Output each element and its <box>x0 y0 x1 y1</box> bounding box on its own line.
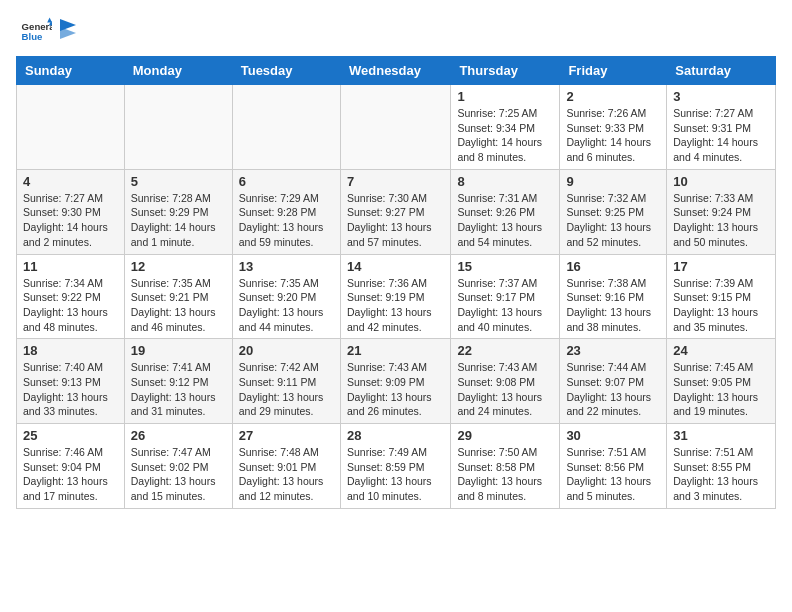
day-info: Sunrise: 7:51 AM Sunset: 8:56 PM Dayligh… <box>566 445 660 504</box>
day-number: 5 <box>131 174 226 189</box>
calendar-week-row: 4Sunrise: 7:27 AM Sunset: 9:30 PM Daylig… <box>17 169 776 254</box>
calendar-cell: 22Sunrise: 7:43 AM Sunset: 9:08 PM Dayli… <box>451 339 560 424</box>
calendar-cell: 14Sunrise: 7:36 AM Sunset: 9:19 PM Dayli… <box>340 254 450 339</box>
calendar-cell: 30Sunrise: 7:51 AM Sunset: 8:56 PM Dayli… <box>560 424 667 509</box>
day-info: Sunrise: 7:40 AM Sunset: 9:13 PM Dayligh… <box>23 360 118 419</box>
calendar-cell: 27Sunrise: 7:48 AM Sunset: 9:01 PM Dayli… <box>232 424 340 509</box>
calendar-cell: 21Sunrise: 7:43 AM Sunset: 9:09 PM Dayli… <box>340 339 450 424</box>
calendar-cell: 17Sunrise: 7:39 AM Sunset: 9:15 PM Dayli… <box>667 254 776 339</box>
day-number: 20 <box>239 343 334 358</box>
day-number: 30 <box>566 428 660 443</box>
day-info: Sunrise: 7:50 AM Sunset: 8:58 PM Dayligh… <box>457 445 553 504</box>
day-info: Sunrise: 7:26 AM Sunset: 9:33 PM Dayligh… <box>566 106 660 165</box>
day-number: 14 <box>347 259 444 274</box>
day-number: 24 <box>673 343 769 358</box>
day-info: Sunrise: 7:51 AM Sunset: 8:55 PM Dayligh… <box>673 445 769 504</box>
calendar-cell: 16Sunrise: 7:38 AM Sunset: 9:16 PM Dayli… <box>560 254 667 339</box>
day-number: 17 <box>673 259 769 274</box>
day-info: Sunrise: 7:35 AM Sunset: 9:20 PM Dayligh… <box>239 276 334 335</box>
calendar-cell: 2Sunrise: 7:26 AM Sunset: 9:33 PM Daylig… <box>560 85 667 170</box>
day-number: 19 <box>131 343 226 358</box>
day-info: Sunrise: 7:39 AM Sunset: 9:15 PM Dayligh… <box>673 276 769 335</box>
weekday-header-friday: Friday <box>560 57 667 85</box>
calendar-cell: 29Sunrise: 7:50 AM Sunset: 8:58 PM Dayli… <box>451 424 560 509</box>
calendar-cell: 11Sunrise: 7:34 AM Sunset: 9:22 PM Dayli… <box>17 254 125 339</box>
day-number: 12 <box>131 259 226 274</box>
weekday-header-saturday: Saturday <box>667 57 776 85</box>
day-info: Sunrise: 7:35 AM Sunset: 9:21 PM Dayligh… <box>131 276 226 335</box>
day-info: Sunrise: 7:38 AM Sunset: 9:16 PM Dayligh… <box>566 276 660 335</box>
day-number: 13 <box>239 259 334 274</box>
calendar-cell: 9Sunrise: 7:32 AM Sunset: 9:25 PM Daylig… <box>560 169 667 254</box>
day-number: 10 <box>673 174 769 189</box>
day-info: Sunrise: 7:37 AM Sunset: 9:17 PM Dayligh… <box>457 276 553 335</box>
calendar-cell <box>17 85 125 170</box>
weekday-header-sunday: Sunday <box>17 57 125 85</box>
day-number: 11 <box>23 259 118 274</box>
day-info: Sunrise: 7:28 AM Sunset: 9:29 PM Dayligh… <box>131 191 226 250</box>
calendar-header-row: SundayMondayTuesdayWednesdayThursdayFrid… <box>17 57 776 85</box>
day-info: Sunrise: 7:31 AM Sunset: 9:26 PM Dayligh… <box>457 191 553 250</box>
weekday-header-thursday: Thursday <box>451 57 560 85</box>
calendar-cell: 23Sunrise: 7:44 AM Sunset: 9:07 PM Dayli… <box>560 339 667 424</box>
day-info: Sunrise: 7:45 AM Sunset: 9:05 PM Dayligh… <box>673 360 769 419</box>
calendar-cell: 28Sunrise: 7:49 AM Sunset: 8:59 PM Dayli… <box>340 424 450 509</box>
calendar-week-row: 11Sunrise: 7:34 AM Sunset: 9:22 PM Dayli… <box>17 254 776 339</box>
calendar-cell: 5Sunrise: 7:28 AM Sunset: 9:29 PM Daylig… <box>124 169 232 254</box>
day-info: Sunrise: 7:27 AM Sunset: 9:30 PM Dayligh… <box>23 191 118 250</box>
day-number: 4 <box>23 174 118 189</box>
weekday-header-tuesday: Tuesday <box>232 57 340 85</box>
calendar-cell <box>232 85 340 170</box>
calendar-cell: 10Sunrise: 7:33 AM Sunset: 9:24 PM Dayli… <box>667 169 776 254</box>
header: General Blue <box>16 16 776 48</box>
svg-marker-5 <box>60 27 76 39</box>
day-number: 1 <box>457 89 553 104</box>
day-info: Sunrise: 7:42 AM Sunset: 9:11 PM Dayligh… <box>239 360 334 419</box>
calendar-cell: 12Sunrise: 7:35 AM Sunset: 9:21 PM Dayli… <box>124 254 232 339</box>
day-number: 26 <box>131 428 226 443</box>
logo-flag-icon <box>58 17 78 47</box>
day-number: 9 <box>566 174 660 189</box>
day-info: Sunrise: 7:29 AM Sunset: 9:28 PM Dayligh… <box>239 191 334 250</box>
logo-icon: General Blue <box>20 16 52 48</box>
day-info: Sunrise: 7:43 AM Sunset: 9:08 PM Dayligh… <box>457 360 553 419</box>
calendar-table: SundayMondayTuesdayWednesdayThursdayFrid… <box>16 56 776 509</box>
calendar-cell: 25Sunrise: 7:46 AM Sunset: 9:04 PM Dayli… <box>17 424 125 509</box>
day-info: Sunrise: 7:36 AM Sunset: 9:19 PM Dayligh… <box>347 276 444 335</box>
calendar-cell: 18Sunrise: 7:40 AM Sunset: 9:13 PM Dayli… <box>17 339 125 424</box>
day-number: 2 <box>566 89 660 104</box>
day-number: 3 <box>673 89 769 104</box>
logo: General Blue <box>16 16 78 48</box>
day-number: 16 <box>566 259 660 274</box>
calendar-cell: 13Sunrise: 7:35 AM Sunset: 9:20 PM Dayli… <box>232 254 340 339</box>
day-info: Sunrise: 7:47 AM Sunset: 9:02 PM Dayligh… <box>131 445 226 504</box>
calendar-cell: 31Sunrise: 7:51 AM Sunset: 8:55 PM Dayli… <box>667 424 776 509</box>
calendar-cell: 26Sunrise: 7:47 AM Sunset: 9:02 PM Dayli… <box>124 424 232 509</box>
day-number: 6 <box>239 174 334 189</box>
day-number: 7 <box>347 174 444 189</box>
calendar-cell <box>340 85 450 170</box>
calendar-cell: 4Sunrise: 7:27 AM Sunset: 9:30 PM Daylig… <box>17 169 125 254</box>
day-info: Sunrise: 7:33 AM Sunset: 9:24 PM Dayligh… <box>673 191 769 250</box>
calendar-cell: 6Sunrise: 7:29 AM Sunset: 9:28 PM Daylig… <box>232 169 340 254</box>
day-number: 28 <box>347 428 444 443</box>
calendar-cell: 1Sunrise: 7:25 AM Sunset: 9:34 PM Daylig… <box>451 85 560 170</box>
calendar-cell: 24Sunrise: 7:45 AM Sunset: 9:05 PM Dayli… <box>667 339 776 424</box>
day-info: Sunrise: 7:34 AM Sunset: 9:22 PM Dayligh… <box>23 276 118 335</box>
calendar-cell <box>124 85 232 170</box>
svg-text:Blue: Blue <box>22 31 43 42</box>
day-number: 25 <box>23 428 118 443</box>
day-info: Sunrise: 7:48 AM Sunset: 9:01 PM Dayligh… <box>239 445 334 504</box>
weekday-header-monday: Monday <box>124 57 232 85</box>
day-info: Sunrise: 7:27 AM Sunset: 9:31 PM Dayligh… <box>673 106 769 165</box>
day-info: Sunrise: 7:49 AM Sunset: 8:59 PM Dayligh… <box>347 445 444 504</box>
calendar-week-row: 1Sunrise: 7:25 AM Sunset: 9:34 PM Daylig… <box>17 85 776 170</box>
calendar-cell: 7Sunrise: 7:30 AM Sunset: 9:27 PM Daylig… <box>340 169 450 254</box>
day-info: Sunrise: 7:41 AM Sunset: 9:12 PM Dayligh… <box>131 360 226 419</box>
calendar-cell: 20Sunrise: 7:42 AM Sunset: 9:11 PM Dayli… <box>232 339 340 424</box>
day-info: Sunrise: 7:25 AM Sunset: 9:34 PM Dayligh… <box>457 106 553 165</box>
calendar-cell: 15Sunrise: 7:37 AM Sunset: 9:17 PM Dayli… <box>451 254 560 339</box>
day-number: 21 <box>347 343 444 358</box>
calendar-week-row: 18Sunrise: 7:40 AM Sunset: 9:13 PM Dayli… <box>17 339 776 424</box>
day-info: Sunrise: 7:30 AM Sunset: 9:27 PM Dayligh… <box>347 191 444 250</box>
